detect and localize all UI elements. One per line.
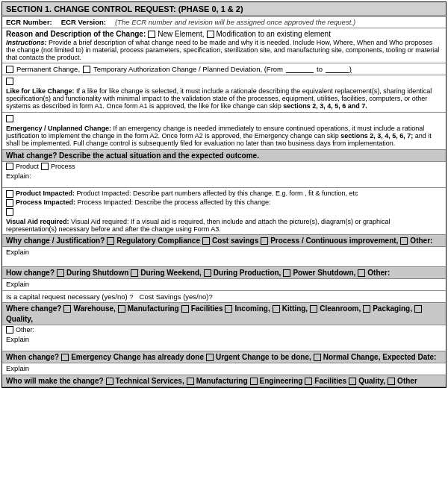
reason-row: Reason and Description of the Change: Ne… [2, 28, 446, 63]
quality-who-label: Quality, [358, 377, 385, 385]
urgent-change-checkbox[interactable] [206, 354, 214, 361]
technical-services-checkbox[interactable] [106, 378, 113, 385]
engineering-checkbox[interactable] [250, 378, 258, 385]
what-change-explain-row: Explain: [2, 171, 446, 188]
process-improvement-checkbox[interactable] [261, 237, 268, 245]
new-element-label: New Element, [158, 30, 204, 38]
instructions-label: Instructions: [6, 39, 47, 46]
who-change-header: Who will make the change? Technical Serv… [2, 375, 446, 387]
incoming-label: Incoming, [234, 304, 270, 313]
why-explain-label: Explain [6, 248, 29, 256]
emergency-checkbox[interactable] [6, 115, 13, 122]
cleanroom-checkbox[interactable] [310, 305, 317, 313]
instructions-body: Provide a brief description of what chan… [6, 39, 439, 61]
what-change-options-row: Product Process [2, 162, 446, 171]
normal-change-label: Normal Change, Expected Date: [323, 353, 437, 361]
cost-savings-label: Cost savings [212, 237, 258, 245]
when-explain-row: Explain [2, 363, 446, 375]
product-impacted-body: Product Impacted: Describe part numbers … [77, 190, 358, 197]
other-how-checkbox[interactable] [358, 269, 365, 277]
like-for-like-row: Like for Like Change: If a like for like… [2, 75, 446, 113]
packaging-label: Packaging, [373, 304, 412, 313]
permanent-checkbox[interactable] [6, 66, 13, 73]
manufacturing-who-checkbox[interactable] [187, 378, 194, 385]
urgent-change-label: Urgent Change to be done, [216, 353, 311, 361]
quality-where-label: Quality, [6, 315, 33, 323]
how-change-header: How change? During Shutdown During Weeke… [2, 267, 446, 279]
manufacturing-who-label: Manufacturing [196, 377, 248, 385]
where-explain-label: Explain [6, 335, 29, 343]
regulatory-label: Regulatory Compliance [116, 237, 200, 245]
power-shutdown-label: Power Shutdown, [293, 269, 355, 277]
where-other-row: Other: [2, 325, 446, 334]
permanent-blank2: ______) [326, 65, 352, 73]
other-who-checkbox[interactable] [388, 378, 395, 385]
visual-aid-label: Visual Aid required: [6, 218, 69, 225]
why-change-label: Why change / Justification? [6, 237, 105, 245]
emergency-done-checkbox[interactable] [61, 354, 69, 361]
during-shutdown-checkbox[interactable] [57, 269, 64, 277]
quality-who-checkbox[interactable] [349, 378, 356, 385]
process-impacted-checkbox[interactable] [6, 199, 13, 207]
where-change-label: Where change? [6, 304, 61, 313]
when-change-header: When change? Emergency Change has alread… [2, 351, 446, 363]
how-explain-label: Explain [6, 280, 29, 288]
where-change-header: Where change? Warehouse, Manufacturing F… [2, 303, 446, 325]
other-where-label: Other: [16, 326, 34, 334]
facilities-who-checkbox[interactable] [305, 378, 312, 385]
warehouse-checkbox[interactable] [63, 305, 71, 313]
reason-title: Reason and Description of the Change: [6, 30, 146, 38]
regulatory-checkbox[interactable] [107, 237, 114, 245]
ecr-row: ECR Number: ECR Version: (The ECR number… [2, 16, 446, 28]
emergency-row: Emergency / Unplanned Change: If an emer… [2, 113, 446, 150]
temporary-checkbox[interactable] [83, 66, 90, 73]
packaging-checkbox[interactable] [363, 305, 370, 313]
other-where-checkbox[interactable] [6, 326, 13, 334]
product-label: Product [16, 163, 39, 170]
what-change-explain-label: Explain: [6, 172, 31, 180]
kitting-checkbox[interactable] [273, 305, 280, 313]
like-for-like-bold: sections 2, 3, 4, 5, 6 and 7. [283, 102, 367, 110]
permanent-change-row: Permanent Change, Temporary Authorizatio… [2, 63, 446, 75]
during-shutdown-label: During Shutdown [66, 269, 128, 277]
where-explain-row: Explain [2, 334, 446, 351]
section-title: SECTION 1. CHANGE CONTROL REQUEST: (PHAS… [2, 2, 446, 16]
capital-row: Is a capital request necessary (yes/no) … [2, 291, 446, 303]
during-weekend-checkbox[interactable] [131, 269, 138, 277]
during-production-label: During Production, [214, 269, 281, 277]
new-element-checkbox[interactable] [148, 31, 155, 38]
reason-instructions: Instructions: Provide a brief descriptio… [6, 39, 442, 61]
cost-savings-checkbox[interactable] [202, 237, 210, 245]
other-why-checkbox[interactable] [400, 237, 408, 245]
modification-label: Modification to an existing element [217, 30, 331, 38]
facilities-where-label: Facilities [191, 304, 223, 313]
process-checkbox[interactable] [41, 163, 49, 170]
emergency-label: Emergency / Unplanned Change: [6, 125, 111, 132]
process-impacted-label: Process Impacted: [16, 198, 75, 206]
facilities-who-label: Facilities [314, 377, 346, 385]
other-why-label: Other: [410, 237, 432, 245]
ecr-note: (The ECR number and revision will be ass… [115, 18, 355, 26]
product-checkbox[interactable] [6, 163, 13, 170]
incoming-checkbox[interactable] [225, 305, 232, 313]
process-improvement-label: Process / Continuous improvement, [270, 237, 398, 245]
power-shutdown-checkbox[interactable] [283, 269, 290, 277]
facilities-where-checkbox[interactable] [181, 305, 189, 313]
during-production-checkbox[interactable] [204, 269, 211, 277]
why-explain-row: Explain [2, 247, 446, 267]
permanent-to: to [317, 65, 323, 73]
visual-aid-checkbox[interactable] [6, 208, 13, 216]
product-impacted-checkbox[interactable] [6, 190, 13, 198]
how-change-label: How change? [6, 269, 55, 277]
like-for-like-label: Like for Like Change: [6, 87, 75, 95]
cost-savings-label2: Cost Savings (yes/no)? [140, 292, 213, 301]
quality-where-checkbox[interactable] [414, 305, 422, 313]
why-change-header: Why change / Justification? Regulatory C… [2, 235, 446, 247]
process-label: Process [51, 163, 75, 170]
manufacturing-where-checkbox[interactable] [118, 305, 125, 313]
normal-change-checkbox[interactable] [314, 354, 321, 361]
capital-label: Is a capital request necessary (yes/no) … [6, 292, 134, 301]
like-for-like-checkbox[interactable] [6, 78, 13, 85]
permanent-label2: Temporary Authorization Change / Planned… [93, 65, 283, 73]
modification-checkbox[interactable] [207, 31, 214, 38]
